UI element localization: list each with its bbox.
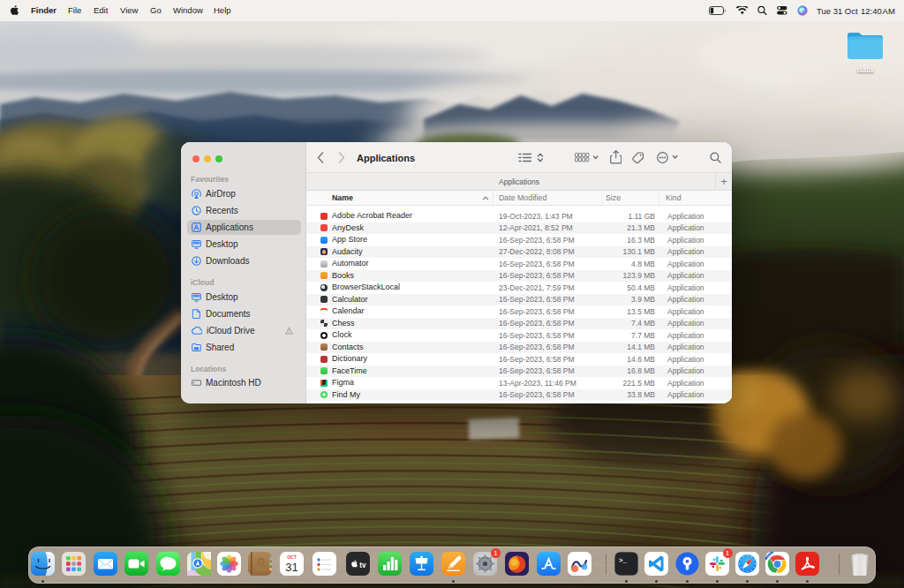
svg-text:tv: tv — [359, 562, 366, 569]
svg-text:OCT: OCT — [287, 554, 297, 560]
svg-text:31: 31 — [285, 561, 298, 574]
svg-text:>_: >_ — [619, 557, 628, 564]
